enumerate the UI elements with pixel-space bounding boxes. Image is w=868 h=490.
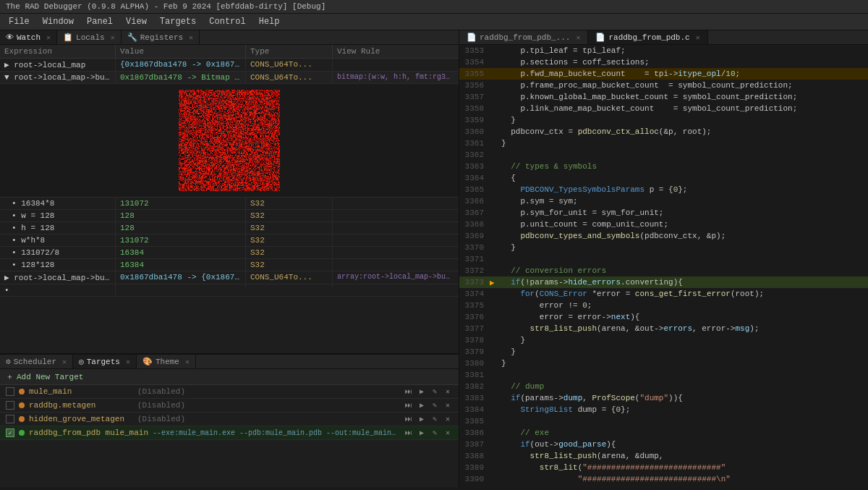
delete-btn[interactable]: ✕	[443, 414, 453, 424]
code-line[interactable]: 3363 // types & symbols	[459, 161, 868, 172]
target-row[interactable]: hidden_grove_metagen (Disabled) ⏭ ▶ ✎ ✕	[0, 413, 459, 426]
code-line[interactable]: 3384 String8List dump = {0};	[459, 404, 868, 415]
tab-theme[interactable]: 🎨 Theme ✕	[137, 355, 196, 368]
delete-btn[interactable]: ✕	[443, 386, 453, 397]
code-line[interactable]: 3357 p.known_global_map_bucket_count = s…	[459, 91, 868, 103]
code-line[interactable]: 3374 for(CONS_Error *error = cons_get_fi…	[459, 288, 868, 300]
code-line[interactable]: 3365 PDBCONV_TypesSymbolsParams p = {0};	[459, 184, 868, 195]
code-line[interactable]: 3360 pdbconv_ctx = pdbconv_ctx_alloc(&p,…	[459, 126, 868, 138]
watch-scroll-area[interactable]: ▶ root->local_map {0x1867dba1478 -> 0x18…	[0, 59, 459, 353]
code-tab-pdb-c[interactable]: 📄 raddbg_from_pdb.c ✕	[588, 30, 707, 44]
menu-item-control[interactable]: Control	[203, 15, 251, 28]
code-line[interactable]: 3369 pdbconv_types_and_symbols(pdbconv_c…	[459, 230, 868, 242]
menu-item-window[interactable]: Window	[37, 15, 80, 28]
code-line[interactable]: 3381	[459, 369, 868, 381]
menu-item-view[interactable]: View	[120, 15, 153, 28]
play-btn[interactable]: ▶	[417, 414, 427, 424]
code-line[interactable]: 3353 p.tpi_leaf = tpi_leaf;	[459, 45, 868, 56]
code-line[interactable]: 3359 }	[459, 114, 868, 126]
code-line[interactable]: 3368 p.unit_count = comp_unit_count;	[459, 219, 868, 230]
code-line[interactable]: 3367 p.sym_for_unit = sym_for_unit;	[459, 207, 868, 219]
code-line[interactable]: 3390 "############################\n"	[459, 473, 868, 485]
target-row-active[interactable]: ✓ raddbg_from_pdb mule_main --exe:mule_m…	[0, 426, 459, 440]
watch-row[interactable]: • 16384*8 131072 S32	[0, 198, 459, 210]
code-line[interactable]: 3366 p.sym = sym;	[459, 195, 868, 207]
code-line[interactable]: 3372 // conversion errors	[459, 265, 868, 276]
code-line[interactable]: 3370 }	[459, 242, 868, 253]
target-row[interactable]: mule_main (Disabled) ⏭ ▶ ✎ ✕	[0, 385, 459, 399]
menu-item-file[interactable]: File	[3, 15, 35, 28]
tab-registers[interactable]: 🔧 Registers✕	[122, 30, 200, 44]
code-line[interactable]: 3371	[459, 253, 868, 265]
watch-row[interactable]: • h = 128 128 S32	[0, 222, 459, 235]
edit-btn[interactable]: ✎	[430, 400, 440, 410]
code-line[interactable]: 3378 }	[459, 334, 868, 346]
code-tab-pdb-h[interactable]: 📄 raddbg_from_pdb_... ✕	[459, 30, 588, 44]
target-check-1[interactable]	[6, 387, 14, 396]
code-line[interactable]: 3373▶ if(!params->hide_errors.converting…	[459, 276, 868, 288]
play-btn[interactable]: ▶	[417, 428, 427, 438]
code-line[interactable]: 3380}	[459, 358, 868, 369]
code-line[interactable]: 3362	[459, 149, 868, 161]
target-check-3[interactable]	[6, 415, 14, 423]
line-number: 3360	[459, 127, 490, 136]
tab-watch[interactable]: 👁 Watch✕	[0, 30, 57, 44]
code-line[interactable]: 3383 if(params->dump, ProfScope("dump"))…	[459, 392, 868, 404]
target-check-2[interactable]	[6, 401, 14, 410]
edit-btn[interactable]: ✎	[430, 428, 440, 438]
menu-item-help[interactable]: Help	[253, 15, 286, 28]
code-line[interactable]: 3375 error != 0;	[459, 300, 868, 311]
code-view[interactable]: 3353 p.tpi_leaf = tpi_leaf;3354 p.sectio…	[459, 45, 868, 487]
scheduler-close[interactable]: ✕	[62, 358, 67, 366]
menu-item-targets[interactable]: Targets	[154, 15, 202, 28]
code-line[interactable]: 3385	[459, 415, 868, 427]
code-line[interactable]: 3364 {	[459, 172, 868, 184]
play-btn[interactable]: ▶	[417, 386, 427, 397]
watch-row[interactable]: ▶ root->local_map {0x1867dba1478 -> 0x18…	[0, 59, 459, 72]
watch-row[interactable]: • 128*128 16384 S32	[0, 259, 459, 271]
code-line[interactable]: 3356 p.frame_proc_map_bucket_count = sym…	[459, 80, 868, 91]
skip-start-btn[interactable]: ⏭	[404, 428, 414, 438]
code-line[interactable]: 3355 p.fwd_map_bucket_count = tpi->itype…	[459, 68, 868, 80]
code-line[interactable]: 3386 // exe	[459, 427, 868, 439]
watch-row-expanded[interactable]: ▼ root->local_map->buc... 0x1867dba1478 …	[0, 72, 459, 84]
registers-close[interactable]: ✕	[189, 33, 193, 42]
watch-row-empty[interactable]: •	[0, 284, 459, 297]
code-line[interactable]: 3377 str8_list_push(arena, &out->errors,…	[459, 323, 868, 334]
tab-targets[interactable]: ◎ Targets ✕	[73, 355, 137, 368]
tab-locals[interactable]: 📋 Locals✕	[57, 30, 122, 44]
code-tab-close-1[interactable]: ✕	[576, 33, 580, 42]
watch-row[interactable]: • 131072/8 16384 S32	[0, 247, 459, 259]
watch-row[interactable]: • w = 128 128 S32	[0, 210, 459, 222]
edit-btn[interactable]: ✎	[430, 386, 440, 397]
code-line[interactable]: 3388 str8_list_push(arena, &dump,	[459, 450, 868, 462]
code-line[interactable]: 3354 p.sections = coff_sections;	[459, 56, 868, 68]
locals-close[interactable]: ✕	[111, 33, 115, 42]
watch-close[interactable]: ✕	[46, 33, 51, 42]
targets-close[interactable]: ✕	[126, 358, 130, 366]
code-line[interactable]: 3361}	[459, 138, 868, 149]
code-line[interactable]: 3358 p.link_name_map_bucket_count = symb…	[459, 103, 868, 114]
code-line[interactable]: 3376 error = error->next){	[459, 311, 868, 323]
menu-item-panel[interactable]: Panel	[81, 15, 119, 28]
skip-start-btn[interactable]: ⏭	[404, 386, 414, 397]
code-line[interactable]: 3379 }	[459, 346, 868, 358]
theme-close[interactable]: ✕	[185, 358, 190, 366]
play-btn[interactable]: ▶	[417, 400, 427, 410]
code-line[interactable]: 3389 str8_lit("#########################…	[459, 462, 868, 473]
target-check-4[interactable]: ✓	[6, 428, 14, 437]
skip-start-btn[interactable]: ⏭	[404, 400, 414, 410]
skip-start-btn[interactable]: ⏭	[404, 414, 414, 424]
edit-btn[interactable]: ✎	[430, 414, 440, 424]
code-line[interactable]: 3391 "EXE INFO:\n"));	[459, 485, 868, 487]
watch-row[interactable]: • w*h*8 131072 S32	[0, 235, 459, 247]
code-tab-close-2[interactable]: ✕	[696, 33, 700, 42]
tab-scheduler[interactable]: ⚙ Scheduler ✕	[0, 355, 73, 368]
delete-btn[interactable]: ✕	[443, 428, 453, 438]
code-line[interactable]: 3382 // dump	[459, 381, 868, 392]
delete-btn[interactable]: ✕	[443, 400, 453, 410]
watch-row[interactable]: ▶ root->local_map->buc... 0x1867dba1478 …	[0, 271, 459, 284]
code-line[interactable]: 3387 if(out->good_parse){	[459, 439, 868, 450]
target-row[interactable]: raddbg.metagen (Disabled) ⏭ ▶ ✎ ✕	[0, 399, 459, 413]
add-target-label[interactable]: Add New Target	[17, 373, 83, 381]
